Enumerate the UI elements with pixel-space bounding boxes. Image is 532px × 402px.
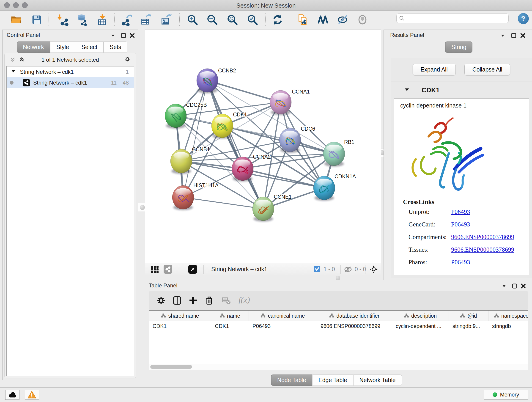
network-node-CCNB1[interactable] [171, 149, 192, 174]
zoom-fit-content-icon[interactable] [226, 14, 238, 26]
column-header-namespace[interactable]: namespace [488, 311, 528, 321]
network-view-icon[interactable] [164, 265, 172, 274]
new-network-from-selection-icon[interactable] [297, 14, 309, 26]
network-node-CCNA1[interactable] [270, 90, 291, 115]
table-cell-id[interactable]: stringdb:9... [449, 321, 488, 331]
tab-style[interactable]: Style [50, 41, 75, 53]
panel-close-icon[interactable] [520, 32, 526, 38]
network-node-RB1[interactable] [323, 142, 345, 167]
export-network-icon[interactable] [121, 14, 133, 26]
panel-menu-icon[interactable] [110, 32, 116, 38]
panel-menu-icon[interactable] [500, 32, 506, 38]
tab-node-table[interactable]: Node Table [271, 375, 312, 386]
collection-expand-caret-icon[interactable] [11, 69, 16, 75]
tab-sets[interactable]: Sets [104, 41, 127, 53]
table-settings-gear-icon[interactable] [156, 295, 166, 306]
apply-preferred-layout-icon[interactable] [272, 14, 284, 26]
detach-view-icon[interactable] [188, 265, 197, 274]
import-table-icon[interactable] [96, 14, 108, 26]
import-network-file-icon[interactable] [57, 14, 69, 26]
network-edge[interactable] [207, 80, 263, 209]
network-node-CCNE1[interactable] [253, 197, 274, 222]
delete-table-icon [221, 295, 231, 306]
import-network-database-icon[interactable] [76, 14, 88, 26]
crosslink-link-compartments[interactable]: 9606.ENSP00000378699 [451, 234, 514, 240]
network-collection-row[interactable]: String Network – cdk1 1 [7, 66, 134, 77]
network-options-gear-icon[interactable] [124, 56, 130, 62]
warning-status-button[interactable] [25, 390, 39, 400]
save-session-icon[interactable] [31, 14, 43, 26]
delete-column-trash-icon[interactable] [204, 295, 214, 306]
table-cell-name[interactable]: CDK1 [211, 321, 249, 331]
table-row[interactable]: CDK1CDK1P064939606.ENSP00000378699cyclin… [149, 321, 528, 331]
network-node-CDC25B[interactable] [165, 104, 186, 128]
crosslink-link-pharos[interactable]: P06493 [451, 259, 470, 266]
tab-network-table[interactable]: Network Table [353, 375, 402, 386]
gene-section-header[interactable]: CDK1 [391, 82, 532, 98]
network-node-CDK1[interactable] [211, 114, 233, 139]
open-file-icon[interactable] [10, 14, 22, 26]
column-header-id[interactable]: @id [449, 311, 488, 321]
gene-collapse-caret-icon[interactable] [404, 87, 410, 93]
network-node-HIST1H1A[interactable] [172, 185, 194, 210]
table-horizontal-scrollbar[interactable] [149, 364, 528, 370]
network-view-canvas[interactable]: CCNB2CCNA1CDC25BCDK1CDC6RB1CCNB1CCNA2CDK… [145, 30, 381, 263]
network-node-CDKN1A[interactable] [313, 176, 335, 201]
panel-menu-icon[interactable] [501, 283, 507, 289]
tab-select[interactable]: Select [75, 41, 103, 53]
column-header-canonical-name[interactable]: canonical name [249, 311, 317, 321]
panel-close-icon[interactable] [520, 283, 526, 289]
search-input[interactable] [407, 14, 506, 22]
first-neighbors-icon[interactable] [317, 14, 329, 26]
zoom-in-icon[interactable] [186, 14, 198, 26]
crosslink-link-tissues[interactable]: 9606.ENSP00000378699 [451, 246, 514, 253]
cloud-status-button[interactable] [5, 390, 19, 400]
network-node-CDC6[interactable] [279, 128, 301, 153]
show-all-icon[interactable] [356, 14, 368, 26]
crosslink-label-compartments: Compartments: [409, 231, 451, 243]
panel-close-icon[interactable] [129, 32, 135, 38]
help-icon[interactable]: ? [518, 13, 529, 24]
scrollbar-thumb[interactable] [150, 365, 192, 369]
column-header-name[interactable]: name [211, 311, 249, 321]
column-header-shared-name[interactable]: shared name [149, 311, 211, 321]
tab-edge-table[interactable]: Edge Table [312, 375, 353, 386]
table-cell-namespace[interactable]: stringdb [488, 321, 528, 331]
separator [365, 265, 365, 274]
table-cell-description[interactable]: cyclin-dependent ... [392, 321, 449, 331]
collapse-all-button[interactable]: Collapse All [464, 64, 510, 75]
memory-button[interactable]: Memory [484, 390, 528, 400]
expand-all-button[interactable]: Expand All [413, 64, 456, 75]
grid-view-icon[interactable] [150, 265, 159, 274]
crosslink-link-uniprot[interactable]: P06493 [451, 208, 470, 215]
selected-checkbox-icon[interactable] [314, 266, 320, 272]
add-column-icon[interactable] [188, 295, 198, 306]
crosslink-link-genecard[interactable]: P06493 [451, 221, 470, 228]
show-columns-icon[interactable] [172, 295, 182, 306]
network-edge[interactable] [183, 197, 263, 209]
tab-network[interactable]: Network [17, 41, 50, 53]
panel-float-icon[interactable] [120, 32, 127, 38]
network-node-CCNB2[interactable] [196, 69, 218, 93]
tab-string[interactable]: String [445, 41, 472, 53]
network-row[interactable]: String Network – cdk1 11 48 [7, 77, 134, 88]
panel-float-icon[interactable] [512, 283, 518, 289]
protein-structure-image [404, 114, 489, 197]
zoom-out-icon[interactable] [206, 14, 218, 26]
network-edge[interactable] [183, 80, 207, 197]
table-cell-database-identifier[interactable]: 9606.ENSP00000378699 [317, 321, 392, 331]
zoom-selected-icon[interactable] [247, 14, 259, 26]
table-cell-canonical-name[interactable]: P06493 [249, 321, 317, 331]
hide-selected-icon[interactable] [337, 14, 349, 26]
birdseye-crosshair-icon[interactable] [369, 265, 378, 274]
column-header-description[interactable]: description [392, 311, 449, 321]
horizontal-splitter-grip[interactable] [336, 276, 340, 280]
panel-float-icon[interactable] [511, 32, 517, 38]
network-node-CCNA2[interactable] [232, 157, 253, 182]
export-table-icon[interactable] [140, 14, 152, 26]
table-cell-shared-name[interactable]: CDK1 [149, 321, 211, 331]
column-header-database-identifier[interactable]: database identifier [317, 311, 392, 321]
export-image-icon[interactable] [160, 14, 172, 26]
network-edge[interactable] [207, 80, 281, 102]
status-bar: Memory [0, 387, 532, 402]
